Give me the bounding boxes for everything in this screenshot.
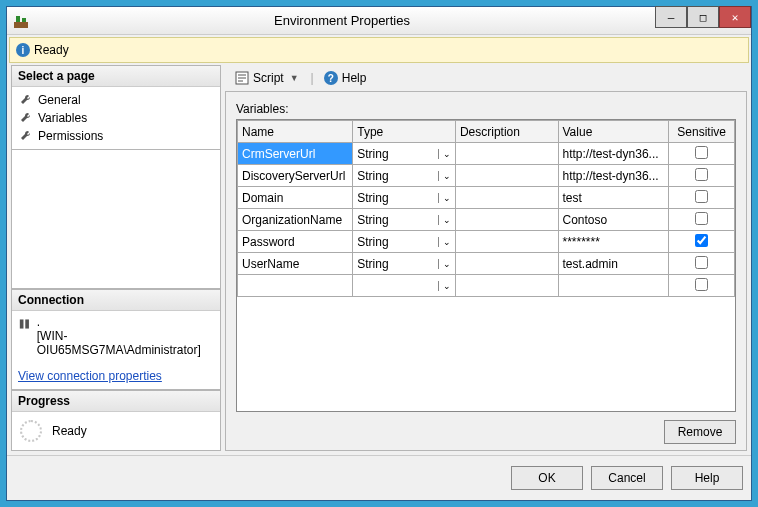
environment-icon xyxy=(13,13,29,29)
cell-value[interactable]: http://test-dyn36... xyxy=(558,165,669,187)
body: Select a page General Variables Permissi… xyxy=(7,65,751,455)
cell-name[interactable]: UserName xyxy=(238,253,353,275)
page-label: General xyxy=(38,93,81,107)
chevron-down-icon[interactable]: ⌄ xyxy=(438,193,455,203)
cell-type[interactable]: String⌄ xyxy=(353,253,456,275)
table-row[interactable]: OrganizationNameString⌄Contoso xyxy=(238,209,735,231)
table-row[interactable]: UserNameString⌄test.admin xyxy=(238,253,735,275)
pages-list: General Variables Permissions xyxy=(12,87,220,149)
col-name[interactable]: Name xyxy=(238,121,353,143)
variables-label: Variables: xyxy=(236,102,736,116)
cell-type[interactable]: String⌄ xyxy=(353,165,456,187)
table-row[interactable]: DomainString⌄test xyxy=(238,187,735,209)
server-icon xyxy=(18,317,31,331)
sensitive-checkbox[interactable] xyxy=(695,212,708,225)
cell-value[interactable]: ******** xyxy=(558,231,669,253)
cell-value[interactable]: http://test-dyn36... xyxy=(558,143,669,165)
content-pane: Variables: Name Type Description Value S… xyxy=(225,91,747,451)
table-row[interactable]: CrmServerUrlString⌄http://test-dyn36... xyxy=(238,143,735,165)
sidebar-filler xyxy=(11,150,221,289)
status-text: Ready xyxy=(34,43,69,57)
sensitive-checkbox[interactable] xyxy=(695,190,708,203)
cell-sensitive[interactable] xyxy=(669,231,735,253)
window-title: Environment Properties xyxy=(29,13,655,28)
sensitive-checkbox[interactable] xyxy=(695,146,708,159)
cell-name[interactable]: DiscoveryServerUrl xyxy=(238,165,353,187)
cell-description[interactable] xyxy=(455,143,558,165)
cell-sensitive[interactable] xyxy=(669,143,735,165)
variables-grid[interactable]: Name Type Description Value Sensitive Cr… xyxy=(236,119,736,412)
connection-header: Connection xyxy=(12,290,220,311)
table-row[interactable]: DiscoveryServerUrlString⌄http://test-dyn… xyxy=(238,165,735,187)
remove-button[interactable]: Remove xyxy=(664,420,736,444)
cell-type[interactable]: String⌄ xyxy=(353,209,456,231)
cell-type[interactable]: ⌄ xyxy=(353,275,456,297)
cell-type[interactable]: String⌄ xyxy=(353,231,456,253)
cell-description[interactable] xyxy=(455,253,558,275)
pages-header: Select a page xyxy=(12,66,220,87)
titlebar[interactable]: Environment Properties — □ ✕ xyxy=(7,7,751,35)
cell-description[interactable] xyxy=(455,209,558,231)
ok-button[interactable]: OK xyxy=(511,466,583,490)
chevron-down-icon[interactable]: ⌄ xyxy=(438,259,455,269)
cell-description[interactable] xyxy=(455,165,558,187)
window-controls: — □ ✕ xyxy=(655,7,751,34)
toolbar-sep: | xyxy=(311,71,314,85)
sensitive-checkbox[interactable] xyxy=(695,234,708,247)
page-item-variables[interactable]: Variables xyxy=(18,109,214,127)
wrench-icon xyxy=(20,94,32,106)
sensitive-checkbox[interactable] xyxy=(695,168,708,181)
cell-value[interactable]: test xyxy=(558,187,669,209)
cell-sensitive[interactable] xyxy=(669,253,735,275)
cell-value[interactable] xyxy=(558,275,669,297)
connection-user: [WIN-OIU65MSG7MA\Administrator] xyxy=(37,329,214,357)
cell-value[interactable]: Contoso xyxy=(558,209,669,231)
cell-type[interactable]: String⌄ xyxy=(353,187,456,209)
sensitive-checkbox[interactable] xyxy=(695,256,708,269)
page-label: Variables xyxy=(38,111,87,125)
cell-sensitive[interactable] xyxy=(669,187,735,209)
cell-sensitive[interactable] xyxy=(669,209,735,231)
help-footer-button[interactable]: Help xyxy=(671,466,743,490)
cell-value[interactable]: test.admin xyxy=(558,253,669,275)
cell-sensitive[interactable] xyxy=(669,165,735,187)
view-connection-link[interactable]: View connection properties xyxy=(12,369,220,389)
table-row[interactable]: PasswordString⌄******** xyxy=(238,231,735,253)
maximize-button[interactable]: □ xyxy=(687,6,719,28)
progress-text: Ready xyxy=(52,424,87,438)
script-icon xyxy=(235,71,249,85)
dialog-footer: OK Cancel Help xyxy=(7,455,751,500)
col-description[interactable]: Description xyxy=(455,121,558,143)
progress-body: Ready xyxy=(12,412,220,450)
cancel-button[interactable]: Cancel xyxy=(591,466,663,490)
chevron-down-icon[interactable]: ⌄ xyxy=(438,237,455,247)
cell-description[interactable] xyxy=(455,187,558,209)
toolbar: Script ▼ | ? Help xyxy=(225,65,747,91)
cell-name[interactable]: CrmServerUrl xyxy=(238,143,353,165)
cell-description[interactable] xyxy=(455,275,558,297)
dialog-window: Environment Properties — □ ✕ i Ready Sel… xyxy=(6,6,752,501)
close-button[interactable]: ✕ xyxy=(719,6,751,28)
svg-rect-1 xyxy=(16,16,20,22)
cell-name[interactable]: Domain xyxy=(238,187,353,209)
cell-name[interactable] xyxy=(238,275,353,297)
col-sensitive[interactable]: Sensitive xyxy=(669,121,735,143)
cell-description[interactable] xyxy=(455,231,558,253)
cell-name[interactable]: Password xyxy=(238,231,353,253)
col-value[interactable]: Value xyxy=(558,121,669,143)
help-button[interactable]: ? Help xyxy=(320,69,371,87)
col-type[interactable]: Type xyxy=(353,121,456,143)
page-item-general[interactable]: General xyxy=(18,91,214,109)
chevron-down-icon[interactable]: ⌄ xyxy=(438,171,455,181)
table-row[interactable]: ⌄ xyxy=(238,275,735,297)
cell-sensitive[interactable] xyxy=(669,275,735,297)
script-button[interactable]: Script ▼ xyxy=(231,69,305,87)
sensitive-checkbox[interactable] xyxy=(695,278,708,291)
page-item-permissions[interactable]: Permissions xyxy=(18,127,214,145)
minimize-button[interactable]: — xyxy=(655,6,687,28)
chevron-down-icon[interactable]: ⌄ xyxy=(438,281,455,291)
chevron-down-icon[interactable]: ⌄ xyxy=(438,215,455,225)
chevron-down-icon[interactable]: ⌄ xyxy=(438,149,455,159)
cell-name[interactable]: OrganizationName xyxy=(238,209,353,231)
cell-type[interactable]: String⌄ xyxy=(353,143,456,165)
